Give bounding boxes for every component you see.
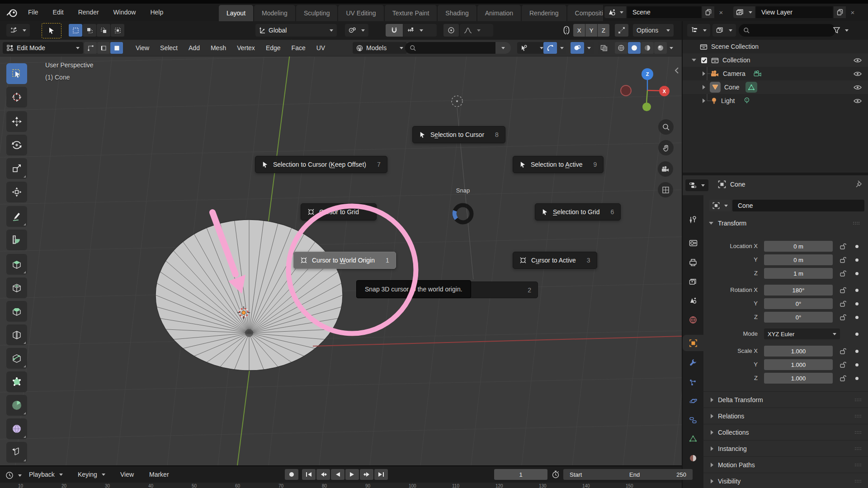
play-button[interactable] xyxy=(345,469,359,480)
tool-edge-slide[interactable] xyxy=(6,442,27,463)
disclosure-closed-icon[interactable] xyxy=(703,85,705,89)
disclosure-open-icon[interactable] xyxy=(692,59,696,61)
tab-modifiers[interactable] xyxy=(685,354,701,371)
panel-collections[interactable]: Collections xyxy=(703,424,868,441)
properties-editor-type-button[interactable] xyxy=(685,179,708,191)
menu-add[interactable]: Add xyxy=(183,40,205,56)
tool-transform[interactable] xyxy=(6,182,27,202)
tab-particles[interactable] xyxy=(685,375,701,391)
keyframe-dot-button[interactable] xyxy=(855,333,859,336)
vertex-select-button[interactable] xyxy=(84,42,97,54)
tool-spin[interactable] xyxy=(6,395,27,416)
pie-item-cursor-to-grid[interactable]: Cursor to Grid xyxy=(301,203,377,221)
tool-smooth[interactable] xyxy=(6,418,27,439)
viewport-zoom-button[interactable] xyxy=(658,119,674,135)
face-select-button[interactable] xyxy=(110,42,123,54)
collection-checkbox[interactable] xyxy=(701,57,708,64)
object-visibility-dropdown[interactable] xyxy=(517,42,547,54)
outliner-filter-mode-button[interactable] xyxy=(712,24,736,37)
transform-panel-header[interactable]: Transform xyxy=(709,220,866,227)
tool-bevel[interactable] xyxy=(6,301,27,322)
outliner-row-light[interactable]: Light xyxy=(683,94,868,108)
gizmo-dropdown[interactable] xyxy=(557,42,566,54)
menu-edge[interactable]: Edge xyxy=(260,40,286,56)
lock-open-icon[interactable] xyxy=(839,256,846,263)
edge-select-button[interactable] xyxy=(97,42,110,54)
mesh-data-icon[interactable] xyxy=(745,82,757,93)
keyframe-dot-button[interactable] xyxy=(855,363,859,366)
timeline-editor-type-button[interactable] xyxy=(4,469,24,482)
lock-open-icon[interactable] xyxy=(839,347,846,355)
hide-eye-icon[interactable] xyxy=(854,84,862,90)
tab-object[interactable] xyxy=(683,335,703,351)
keyframe-dot-button[interactable] xyxy=(855,302,859,305)
tool-rotate[interactable] xyxy=(6,135,27,155)
tab-tool[interactable] xyxy=(685,211,701,228)
location-x-field[interactable]: 0 m xyxy=(764,241,833,252)
end-frame-field[interactable]: End 250 xyxy=(623,469,693,480)
outliner-display-mode-button[interactable] xyxy=(687,24,710,37)
record-button[interactable] xyxy=(285,469,298,480)
tool-measure[interactable] xyxy=(6,230,27,250)
keyframe-dot-button[interactable] xyxy=(855,272,859,275)
viewport-search-input[interactable] xyxy=(405,42,505,54)
view-layer-browse-button[interactable] xyxy=(733,6,755,18)
scale-x-field[interactable]: 1.000 xyxy=(764,346,833,357)
auto-keyframe-stopwatch-icon[interactable] xyxy=(552,470,560,479)
tool-inset-faces[interactable] xyxy=(6,277,27,298)
keyframe-dot-button[interactable] xyxy=(855,289,859,292)
tab-view-layer[interactable] xyxy=(685,273,701,290)
tab-physics[interactable] xyxy=(685,393,701,409)
timeline-ruler[interactable]: 102030405060708090100110120130140150 xyxy=(0,483,682,488)
asset-browse-dropdown[interactable]: Models xyxy=(353,42,407,54)
panel-instancing[interactable]: Instancing xyxy=(703,440,868,457)
timeline-view-menu[interactable]: View xyxy=(120,466,134,483)
menu-view[interactable]: View xyxy=(130,40,155,56)
scale-z-field[interactable]: 1.000 xyxy=(764,373,833,384)
scene-copy-button[interactable] xyxy=(702,6,714,18)
tab-material[interactable] xyxy=(685,450,701,466)
scene-unlink-button[interactable]: × xyxy=(715,6,727,18)
mode-dropdown[interactable]: Edit Mode xyxy=(3,42,83,54)
view-layer-copy-button[interactable] xyxy=(834,6,846,18)
menu-select[interactable]: Select xyxy=(155,40,183,56)
tool-loop-cut[interactable] xyxy=(6,324,27,345)
previous-keyframe-button[interactable] xyxy=(316,469,330,480)
tab-constraints[interactable] xyxy=(685,412,701,428)
pie-item-selection-to-active[interactable]: Selection to Active 9 xyxy=(513,156,604,173)
pin-icon[interactable] xyxy=(855,180,863,188)
panel-delta-transform[interactable]: Delta Transform xyxy=(703,391,868,408)
rotation-y-field[interactable]: 0° xyxy=(764,298,833,309)
shading-rendered-button[interactable] xyxy=(654,42,667,54)
gizmo-y-axis[interactable] xyxy=(642,103,651,111)
pie-item-selection-to-cursor[interactable]: Selection to Cursor 8 xyxy=(412,126,505,143)
panel-visibility[interactable]: Visibility xyxy=(703,473,868,488)
show-overlays-toggle[interactable] xyxy=(571,42,584,54)
lock-open-icon[interactable] xyxy=(839,361,846,368)
pie-item-selection-to-cursor-keep-offset[interactable]: Selection to Cursor (Keep Offset) 7 xyxy=(255,156,387,173)
tab-world[interactable] xyxy=(685,312,701,328)
timeline-marker-menu[interactable]: Marker xyxy=(149,466,169,483)
disclosure-closed-icon[interactable] xyxy=(703,71,705,76)
disclosure-closed-icon[interactable] xyxy=(703,99,705,103)
pie-item-selection-to-grid[interactable]: Selection to Grid 6 xyxy=(535,203,621,221)
pie-item-cursor-to-world-origin[interactable]: Cursor to World Origin 1 xyxy=(293,252,396,269)
jump-to-end-button[interactable] xyxy=(374,469,388,480)
viewport-3d[interactable] xyxy=(0,0,682,465)
timeline-playback-menu[interactable]: Playback xyxy=(29,466,63,483)
xray-toggle[interactable] xyxy=(598,42,610,54)
tool-select-box[interactable] xyxy=(6,63,27,84)
scale-y-field[interactable]: 1.000 xyxy=(764,359,833,370)
shading-wireframe-button[interactable] xyxy=(615,42,627,54)
object-id-browse[interactable] xyxy=(709,200,731,211)
tab-object-data[interactable] xyxy=(685,431,701,447)
shading-dropdown[interactable] xyxy=(667,42,675,54)
jump-to-start-button[interactable] xyxy=(302,469,316,480)
panel-relations[interactable]: Relations xyxy=(703,408,868,424)
lock-open-icon[interactable] xyxy=(839,375,846,382)
outliner-row-collection[interactable]: Collection xyxy=(683,53,868,67)
current-frame-field[interactable]: 1 xyxy=(494,469,547,480)
menu-vertex[interactable]: Vertex xyxy=(231,40,260,56)
viewport-camera-button[interactable] xyxy=(658,161,673,177)
keyframe-dot-button[interactable] xyxy=(855,258,859,262)
